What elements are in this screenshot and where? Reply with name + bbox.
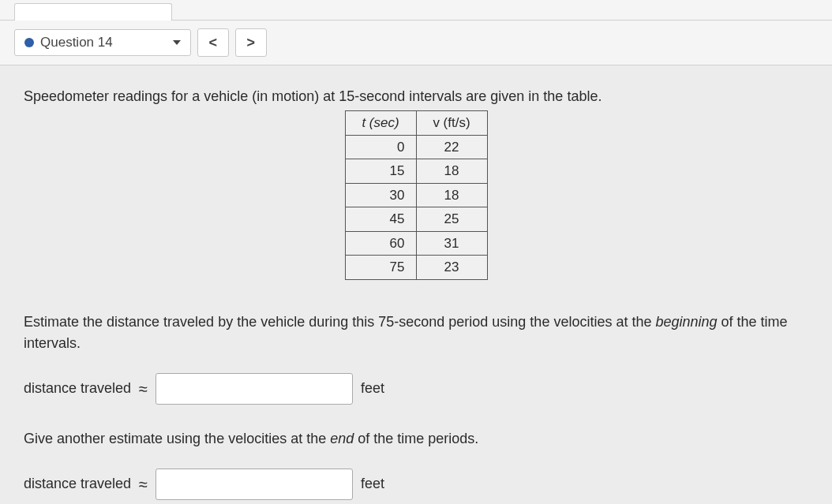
cell-v: 18 <box>416 159 487 184</box>
cell-t: 75 <box>345 256 416 280</box>
prev-button[interactable]: < <box>197 28 229 57</box>
chevron-left-icon: < <box>208 35 217 51</box>
unit-label: feet <box>361 473 384 495</box>
toolbar-stub <box>0 0 832 21</box>
table-row: 3018 <box>345 183 487 207</box>
distance-input-end[interactable] <box>156 469 353 500</box>
chevron-right-icon: > <box>246 35 255 51</box>
cell-t: 60 <box>345 231 416 256</box>
cell-v: 31 <box>416 231 487 256</box>
table-row: 4525 <box>345 207 487 232</box>
cell-t: 30 <box>345 183 416 207</box>
cell-v: 23 <box>416 256 487 280</box>
cell-t: 0 <box>345 135 416 159</box>
col-header-t: t (sec) <box>345 111 416 136</box>
answer-label: distance traveled <box>24 473 131 495</box>
question-nav: Question 14 < > <box>0 21 832 65</box>
approx-symbol: ≈ <box>139 377 148 401</box>
table-row: 6031 <box>345 231 487 256</box>
approx-symbol: ≈ <box>139 472 148 496</box>
cell-t: 15 <box>345 159 416 184</box>
cell-v: 18 <box>416 183 487 207</box>
unit-label: feet <box>361 378 384 399</box>
table-row: 1518 <box>345 159 487 184</box>
question-label: Question 14 <box>40 35 113 50</box>
answer-label: distance traveled <box>24 378 131 399</box>
question-selector[interactable]: Question 14 <box>14 29 191 56</box>
toolbar-slot <box>14 3 172 21</box>
table-row: 022 <box>345 135 487 159</box>
intro-text: Speedometer readings for a vehicle (in m… <box>24 86 808 107</box>
data-table: t (sec) v (ft/s) 02215183018452560317523 <box>345 110 488 280</box>
chevron-down-icon <box>173 40 181 45</box>
cell-t: 45 <box>345 207 416 232</box>
col-header-v: v (ft/s) <box>416 111 487 136</box>
answer-row-2: distance traveled ≈ feet <box>24 469 808 500</box>
cell-v: 22 <box>416 135 487 159</box>
question-content: Speedometer readings for a vehicle (in m… <box>0 65 832 504</box>
answer-row-1: distance traveled ≈ feet <box>24 373 808 405</box>
prompt-end: Give another estimate using the velociti… <box>24 428 808 450</box>
prompt-beginning: Estimate the distance traveled by the ve… <box>24 312 808 354</box>
table-row: 7523 <box>345 256 487 280</box>
status-dot-icon <box>24 38 34 47</box>
cell-v: 25 <box>416 207 487 232</box>
distance-input-beginning[interactable] <box>156 373 353 405</box>
table-body: 02215183018452560317523 <box>345 135 487 279</box>
next-button[interactable]: > <box>235 28 267 57</box>
